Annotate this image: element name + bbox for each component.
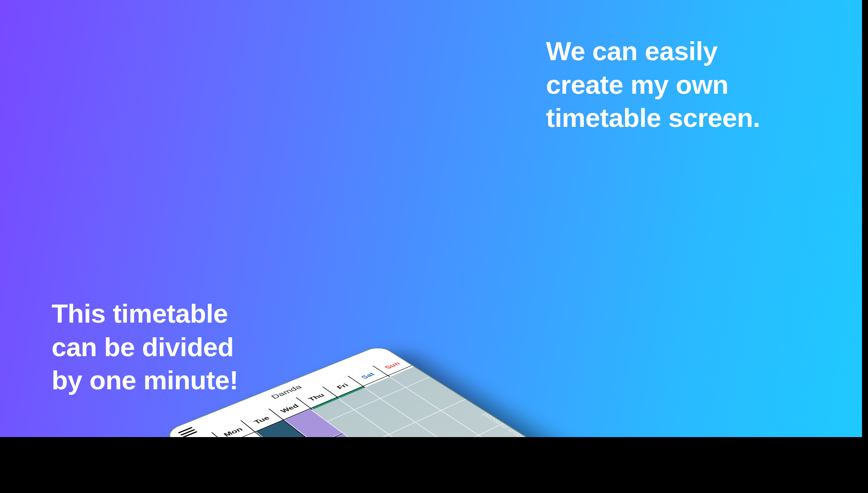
marketing-text-left: This timetable can be divided by one min… [52,297,238,397]
marketing-left-2: can be divided [52,332,234,362]
marketing-text-right: We can easily create my own timetable sc… [546,34,760,135]
hamburger-icon[interactable] [178,427,198,438]
marketing-left-3: by one minute! [52,365,238,395]
promo-stage: This timetable can be divided by one min… [0,0,868,493]
marketing-left-1: This timetable [52,299,228,328]
marketing-right-3: timetable screen. [546,103,760,132]
letterbox-bottom [0,437,868,493]
marketing-right-1: We can easily [546,36,718,66]
marketing-right-2: create my own [546,70,728,99]
letterbox-right [862,0,868,493]
